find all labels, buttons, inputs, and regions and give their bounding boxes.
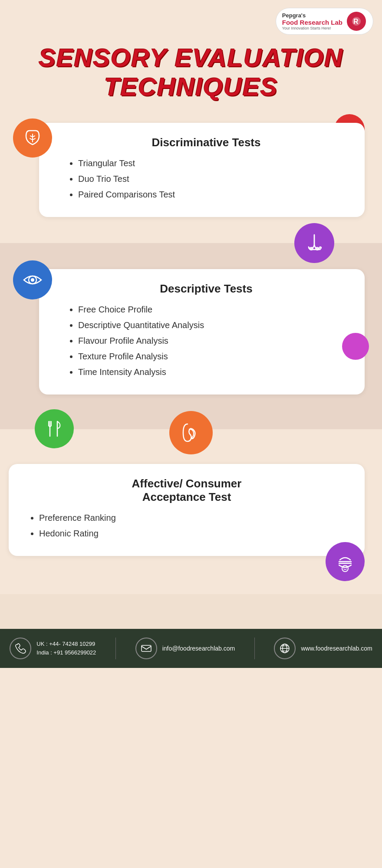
footer-email-text: info@foodresearchlab.com [162,644,235,653]
section-discriminative: Discriminative Tests Triangular Test Duo… [0,110,382,243]
footer-divider-1 [115,638,116,659]
logo-frl: Food Research Lab [282,19,342,26]
title-line2: TECHNIQUES [104,72,278,101]
svg-point-14 [346,567,347,568]
descriptive-list: Free Choice Profile Descriptive Quantita… [65,303,347,378]
email-icon [135,638,157,659]
svg-point-12 [342,566,348,572]
ear-icon [169,411,213,454]
logo-badge: Pepgra's Food Research Lab Your Innovati… [276,8,373,35]
affective-title: Affective/ Consumer Acceptance Test [26,477,347,504]
header: Pepgra's Food Research Lab Your Innovati… [0,0,382,39]
footer-email: info@foodresearchlab.com [135,638,235,659]
discriminative-list: Triangular Test Duo Trio Test Paired Com… [65,157,347,201]
footer-website: www.foodresearchlab.com [274,638,372,659]
list-item: Triangular Test [78,157,347,169]
footer: UK : +44- 74248 10299 India : +91 956629… [0,629,382,668]
descriptive-card: Descriptive Tests Free Choice Profile De… [39,269,365,395]
discriminative-title: Discriminative Tests [65,136,347,149]
list-item: Flavour Profile Analysis [78,335,347,347]
list-item: Hedonic Rating [39,527,347,539]
list-item: Preference Ranking [39,512,347,524]
eye-icon [13,260,52,299]
tongue-icon [13,118,52,158]
svg-point-5 [31,278,34,282]
phone-icon [10,638,31,659]
title-line1: SENSORY EVALUATION [39,43,343,72]
logo-tagline: Your Innovation Starts Here! [282,26,342,30]
title-section: SENSORY EVALUATION TECHNIQUES [0,39,382,110]
descriptive-title: Descriptive Tests [65,282,347,296]
logo-pepgra: Pepgra's [282,12,342,19]
cutlery-icon [35,409,74,448]
logo-text: Pepgra's Food Research Lab Your Innovati… [282,12,342,30]
section-descriptive: Descriptive Tests Free Choice Profile De… [0,243,382,429]
purple-dot [342,333,369,360]
burger-icon [326,542,365,581]
affective-card: Affective/ Consumer Acceptance Test Pref… [9,464,365,556]
footer-website-text: www.foodresearchlab.com [301,644,372,653]
bottom-band [0,594,382,629]
svg-text:R: R [353,18,359,25]
list-item: Duo Trio Test [78,173,347,185]
list-item: Paired Comparisons Test [78,188,347,201]
list-item: Free Choice Profile [78,303,347,316]
list-item: Texture Profile Analysis [78,350,347,362]
logo-icon: R [347,12,366,31]
list-item: Descriptive Quantitative Analysis [78,319,347,331]
svg-point-13 [343,567,344,568]
nose-icon [294,223,334,263]
affective-list: Preference Ranking Hedonic Rating [26,512,347,539]
list-item: Time Intensity Analysis [78,366,347,378]
svg-rect-15 [142,645,151,651]
footer-phone-text: UK : +44- 74248 10299 India : +91 956629… [36,640,96,658]
footer-divider-2 [254,638,255,659]
discriminative-card: Discriminative Tests Triangular Test Duo… [39,123,365,217]
globe-icon [274,638,296,659]
main-title: SENSORY EVALUATION TECHNIQUES [13,43,369,101]
footer-phone: UK : +44- 74248 10299 India : +91 956629… [10,638,96,659]
